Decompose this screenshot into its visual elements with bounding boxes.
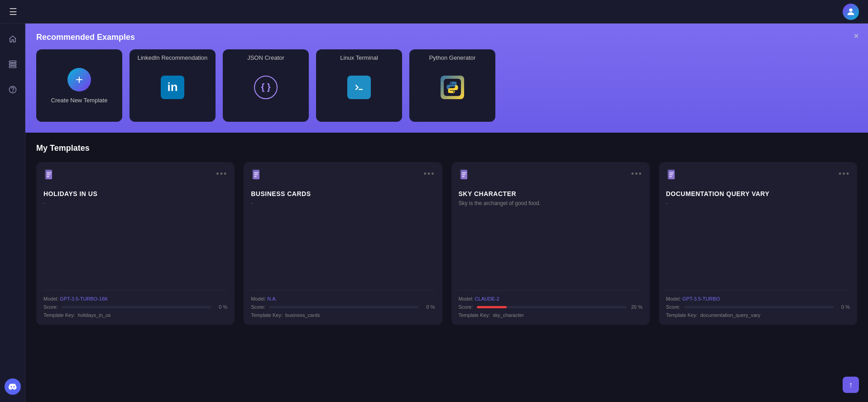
recommended-title: Recommended Examples <box>36 33 857 42</box>
svg-point-0 <box>849 8 852 11</box>
svg-rect-3 <box>9 66 16 67</box>
card-header-business: ••• <box>251 169 435 185</box>
template-key-holidays: Template Key: holidays_in_us <box>43 312 227 318</box>
score-bar-business <box>269 306 418 308</box>
svg-point-5 <box>12 91 13 92</box>
template-model-business: Model: N.A. <box>251 296 435 302</box>
more-menu-docs[interactable]: ••• <box>839 169 850 179</box>
sidebar-item-home[interactable] <box>5 31 21 47</box>
template-footer-business: Model: N.A. Score: 0 % Template Key: bus… <box>251 290 435 318</box>
linkedin-card-title: LinkedIn Recommendation <box>134 54 211 61</box>
linux-terminal-card[interactable]: Linux Terminal <box>316 49 402 122</box>
create-new-template-card[interactable]: + Create New Template <box>36 49 122 122</box>
template-model-docs: Model: GPT-3.5-TURBO <box>666 296 850 302</box>
create-new-label: Create New Template <box>48 97 111 104</box>
score-row-holidays: Score: 0 % <box>43 304 227 310</box>
template-footer-holidays: Model: GPT-3.5-TURBO-16K Score: 0 % Temp… <box>43 290 227 318</box>
card-header-sky: ••• <box>459 169 643 185</box>
template-desc-sky: Sky is the archangel of good food. <box>459 200 643 290</box>
scroll-to-top-button[interactable]: ↑ <box>843 377 859 393</box>
menu-button[interactable]: ☰ <box>9 6 17 17</box>
score-bar-docs <box>684 306 834 308</box>
sidebar <box>0 24 25 402</box>
template-name-holidays: HOLIDAYS IN US <box>43 190 227 197</box>
linkedin-recommendation-card[interactable]: LinkedIn Recommendation in <box>129 49 216 122</box>
template-card-docs[interactable]: ••• DOCUMENTATION QUERY VARY - Model: GP… <box>659 162 857 325</box>
json-icon: { } <box>254 76 278 99</box>
sidebar-item-help[interactable] <box>5 81 21 98</box>
score-pct-holidays: 0 % <box>215 304 227 310</box>
svg-rect-1 <box>9 61 16 62</box>
template-desc-holidays: - <box>43 200 227 290</box>
template-desc-docs: - <box>666 200 850 290</box>
score-bar-holidays <box>62 306 211 308</box>
score-label-holidays: Score: <box>43 304 58 310</box>
template-model-sky: Model: CLAUDE-2 <box>459 296 643 302</box>
template-name-docs: DOCUMENTATION QUERY VARY <box>666 190 850 197</box>
template-card-business[interactable]: ••• BUSINESS CARDS - Model: N.A. Score: … <box>244 162 442 325</box>
model-value-sky: CLAUDE-2 <box>475 296 499 302</box>
score-bar-sky <box>477 306 626 308</box>
template-key-business: Template Key: business_cards <box>251 312 435 318</box>
python-icon <box>441 76 464 99</box>
topbar: ☰ <box>0 0 868 24</box>
model-value-business: N.A. <box>267 296 277 302</box>
score-row-docs: Score: 0 % <box>666 304 850 310</box>
more-menu-holidays[interactable]: ••• <box>216 169 227 179</box>
model-value-holidays: GPT-3.5-TURBO-16K <box>60 296 108 302</box>
linux-card-title: Linux Terminal <box>336 54 382 61</box>
score-pct-business: 0 % <box>422 304 435 310</box>
template-name-business: BUSINESS CARDS <box>251 190 435 197</box>
more-menu-business[interactable]: ••• <box>424 169 435 179</box>
linkedin-icon: in <box>161 76 184 99</box>
svg-rect-6 <box>354 82 364 92</box>
recommended-section: Recommended Examples × + Create New Temp… <box>25 24 868 133</box>
templates-grid: ••• HOLIDAYS IN US - Model: GPT-3.5-TURB… <box>36 162 857 325</box>
main-content: Recommended Examples × + Create New Temp… <box>25 24 868 336</box>
card-header-docs: ••• <box>666 169 850 185</box>
python-generator-card[interactable]: Python Generator <box>409 49 495 122</box>
recommended-close-button[interactable]: × <box>854 31 859 41</box>
linux-terminal-icon <box>347 76 371 99</box>
model-value-docs: GPT-3.5-TURBO <box>682 296 720 302</box>
discord-button[interactable] <box>5 378 21 395</box>
doc-icon-sky <box>459 169 470 185</box>
template-card-sky[interactable]: ••• SKY CHARACTER Sky is the archangel o… <box>451 162 650 325</box>
svg-rect-7 <box>444 79 461 96</box>
python-card-title: Python Generator <box>426 54 480 61</box>
svg-rect-2 <box>9 63 16 65</box>
json-card-title: JSON Creator <box>244 54 288 61</box>
score-row-sky: Score: 20 % <box>459 304 643 310</box>
recommended-cards: + Create New Template LinkedIn Recommend… <box>36 49 857 122</box>
more-menu-sky[interactable]: ••• <box>631 169 643 179</box>
score-label-business: Score: <box>251 304 265 310</box>
score-row-business: Score: 0 % <box>251 304 435 310</box>
doc-icon-business <box>251 169 263 185</box>
template-footer-docs: Model: GPT-3.5-TURBO Score: 0 % Template… <box>666 290 850 318</box>
score-pct-sky: 20 % <box>630 304 643 310</box>
doc-icon-holidays <box>43 169 55 185</box>
sidebar-item-templates[interactable] <box>5 56 21 72</box>
score-label-sky: Score: <box>459 304 473 310</box>
card-header-holidays: ••• <box>43 169 227 185</box>
template-name-sky: SKY CHARACTER <box>459 190 643 197</box>
json-creator-card[interactable]: JSON Creator { } <box>223 49 309 122</box>
template-model-holidays: Model: GPT-3.5-TURBO-16K <box>43 296 227 302</box>
score-pct-docs: 0 % <box>837 304 850 310</box>
doc-icon-docs <box>666 169 678 185</box>
template-desc-business: - <box>251 200 435 290</box>
template-key-sky: Template Key: sky_character <box>459 312 643 318</box>
template-card-holidays[interactable]: ••• HOLIDAYS IN US - Model: GPT-3.5-TURB… <box>36 162 235 325</box>
create-plus-icon: + <box>67 68 91 91</box>
score-label-docs: Score: <box>666 304 681 310</box>
template-key-docs: Template Key: documentation_query_vary <box>666 312 850 318</box>
user-avatar[interactable] <box>843 4 859 20</box>
template-footer-sky: Model: CLAUDE-2 Score: 20 % Template Key… <box>459 290 643 318</box>
templates-section-title: My Templates <box>36 144 857 153</box>
templates-section: My Templates ••• HOLIDAYS IN US - <box>25 133 868 336</box>
